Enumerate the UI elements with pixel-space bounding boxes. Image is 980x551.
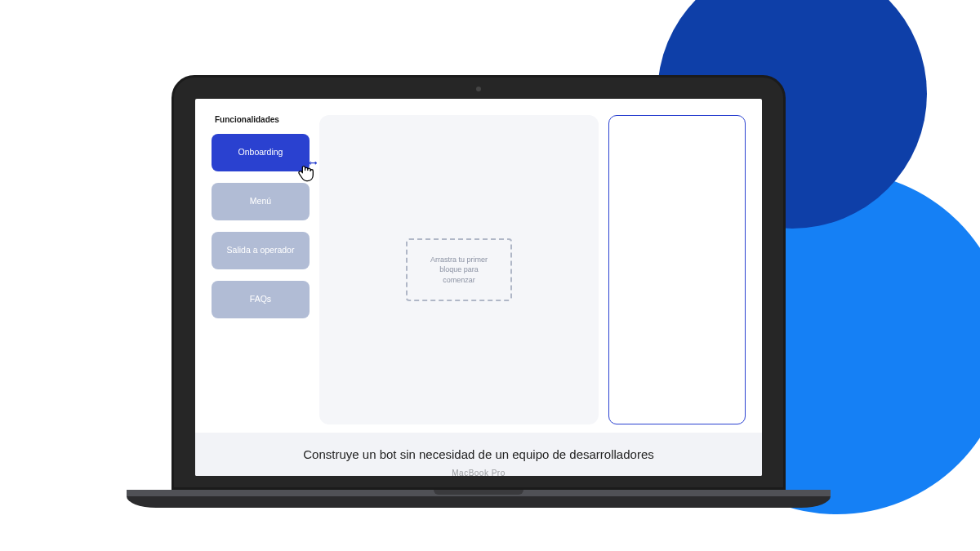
block-label: Menú <box>250 196 271 207</box>
grab-cursor-icon <box>296 162 318 183</box>
block-menu[interactable]: Menú <box>212 183 310 220</box>
block-label: Onboarding <box>238 147 283 158</box>
preview-panel <box>608 115 746 424</box>
app-body: Funcionalidades Onboarding <box>195 99 762 433</box>
block-label: Salida a operador <box>227 245 295 256</box>
drop-zone[interactable]: Arrastra tu primer bloque para comenzar <box>406 238 512 302</box>
block-list: Onboarding Menú <box>212 134 310 318</box>
laptop-camera <box>476 87 481 91</box>
block-label: FAQs <box>250 294 271 305</box>
block-onboarding[interactable]: Onboarding <box>212 134 310 171</box>
app-screen: Funcionalidades Onboarding <box>195 99 762 476</box>
laptop-notch <box>434 490 523 495</box>
laptop-brand-label: MacBook Pro <box>452 469 506 478</box>
laptop-bezel: Funcionalidades Onboarding <box>172 75 786 490</box>
drop-hint-text: Arrastra tu primer bloque para comenzar <box>430 256 488 284</box>
tagline-text: Construye un bot sin necesidad de un equ… <box>303 447 653 461</box>
sidebar-title: Funcionalidades <box>215 115 310 124</box>
canvas-area[interactable]: Arrastra tu primer bloque para comenzar <box>319 115 599 424</box>
laptop-base <box>127 490 831 508</box>
block-faqs[interactable]: FAQs <box>212 281 310 318</box>
laptop-mockup: Funcionalidades Onboarding <box>172 75 786 508</box>
block-salida-operador[interactable]: Salida a operador <box>212 232 310 269</box>
sidebar: Funcionalidades Onboarding <box>212 115 310 424</box>
